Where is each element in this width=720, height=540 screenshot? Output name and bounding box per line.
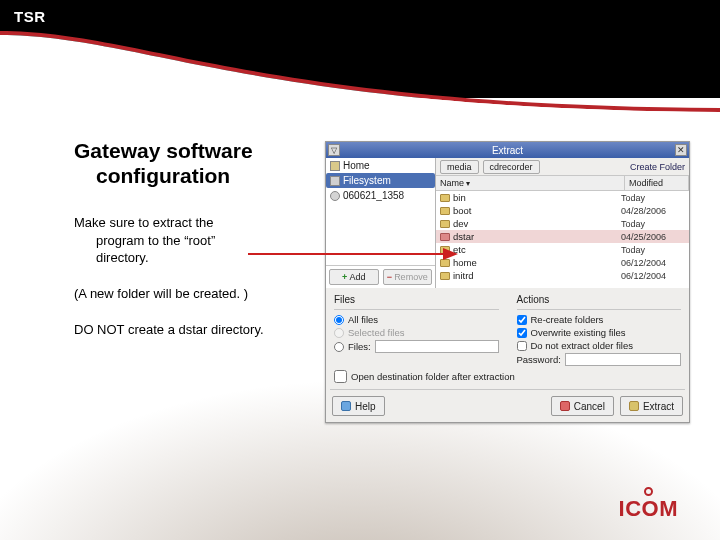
- swoosh-graphic: [0, 0, 720, 130]
- filesystem-icon: [330, 176, 340, 186]
- tree-home-label: Home: [343, 160, 370, 171]
- files-pattern-input[interactable]: [375, 340, 499, 353]
- actions-group: Actions Re-create folders Overwrite exis…: [517, 294, 682, 366]
- opt-files-pattern[interactable]: Files:: [334, 340, 499, 353]
- para-extract: Make sure to extract the program to the …: [74, 214, 314, 267]
- files-group: Files All files Selected files Files:: [334, 294, 499, 366]
- para-newfolder: (A new folder will be created. ): [74, 285, 314, 303]
- logo-ring-icon: [644, 487, 653, 496]
- files-heading: Files: [334, 294, 499, 305]
- open-after-label: Open destination folder after extraction: [351, 371, 515, 382]
- list-item[interactable]: devToday: [436, 217, 689, 230]
- cancel-button[interactable]: Cancel: [551, 396, 614, 416]
- extract-dialog: ▽ Extract ✕ Home Filesystem 060621_1358 …: [325, 141, 690, 423]
- password-row: Password:: [517, 353, 682, 366]
- opt-recreate[interactable]: Re-create folders: [517, 314, 682, 325]
- help-button[interactable]: Help: [332, 396, 385, 416]
- p1l2: program to the “root”: [74, 232, 314, 250]
- chk-open-after[interactable]: [334, 370, 347, 383]
- text-column: Gateway software configuration Make sure…: [74, 138, 314, 356]
- list-item[interactable]: binToday: [436, 191, 689, 204]
- list-item[interactable]: etcToday: [436, 243, 689, 256]
- opt-older[interactable]: Do not extract older files: [517, 340, 682, 351]
- tree-filesystem-label: Filesystem: [343, 175, 391, 186]
- folder-icon: [440, 246, 450, 254]
- chk-recreate[interactable]: [517, 315, 527, 325]
- extract-icon: [629, 401, 639, 411]
- folder-icon: [440, 272, 450, 280]
- folder-icon: [440, 194, 450, 202]
- chk-older[interactable]: [517, 341, 527, 351]
- password-input[interactable]: [565, 353, 681, 366]
- chk-overwrite[interactable]: [517, 328, 527, 338]
- list-item[interactable]: boot04/28/2006: [436, 204, 689, 217]
- p1l1: Make sure to extract the: [74, 215, 213, 230]
- crumb-cdrecorder[interactable]: cdrecorder: [483, 160, 540, 174]
- help-icon: [341, 401, 351, 411]
- opt-overwrite[interactable]: Overwrite existing files: [517, 327, 682, 338]
- file-list[interactable]: binToday boot04/28/2006 devToday dstar04…: [436, 191, 689, 288]
- minus-icon: −: [387, 272, 392, 282]
- tree-cd-folder[interactable]: 060621_1358: [326, 188, 435, 203]
- tree-buttons: +Add −Remove: [326, 265, 435, 288]
- folder-icon: [440, 233, 450, 241]
- para-donot: DO NOT create a dstar directory.: [74, 321, 314, 339]
- add-place-button[interactable]: +Add: [329, 269, 379, 285]
- list-item-dstar[interactable]: dstar04/25/2006: [436, 230, 689, 243]
- cancel-icon: [560, 401, 570, 411]
- crumb-media[interactable]: media: [440, 160, 479, 174]
- plus-icon: +: [342, 272, 347, 282]
- extract-button[interactable]: Extract: [620, 396, 683, 416]
- radio-pattern[interactable]: [334, 342, 344, 352]
- open-after-row[interactable]: Open destination folder after extraction: [326, 368, 689, 389]
- opt-all-files[interactable]: All files: [334, 314, 499, 325]
- remove-place-button[interactable]: −Remove: [383, 269, 433, 285]
- title-line1: Gateway software: [74, 139, 253, 162]
- col-modified[interactable]: Modified: [625, 176, 689, 190]
- tree-folder-label: 060621_1358: [343, 190, 404, 201]
- file-panel: media cdrecorder Create Folder Name▾ Mod…: [436, 158, 689, 288]
- home-icon: [330, 161, 340, 171]
- list-item[interactable]: initrd06/12/2004: [436, 269, 689, 282]
- cd-icon: [330, 191, 340, 201]
- icom-logo: ICOM: [619, 484, 678, 522]
- dialog-title-text: Extract: [492, 145, 523, 156]
- actions-heading: Actions: [517, 294, 682, 305]
- dialog-buttons: Help Cancel Extract: [326, 390, 689, 422]
- tree-home[interactable]: Home: [326, 158, 435, 173]
- radio-all[interactable]: [334, 315, 344, 325]
- slide-title: Gateway software configuration: [74, 138, 314, 188]
- title-line2: configuration: [74, 163, 314, 188]
- dialog-options: Files All files Selected files Files: Ac…: [326, 288, 689, 368]
- p1l3: directory.: [74, 249, 314, 267]
- add-label: Add: [349, 272, 365, 282]
- logo-text: ICOM: [619, 496, 678, 522]
- expand-icon[interactable]: ▽: [328, 144, 340, 156]
- list-item[interactable]: home06/12/2004: [436, 256, 689, 269]
- path-bar: media cdrecorder Create Folder: [436, 158, 689, 176]
- dialog-top-area: Home Filesystem 060621_1358 +Add −Remove…: [326, 158, 689, 288]
- tree-filesystem[interactable]: Filesystem: [326, 173, 435, 188]
- opt-selected-files[interactable]: Selected files: [334, 327, 499, 338]
- folder-icon: [440, 207, 450, 215]
- remove-label: Remove: [394, 272, 428, 282]
- places-tree: Home Filesystem 060621_1358 +Add −Remove: [326, 158, 436, 288]
- folder-icon: [440, 220, 450, 228]
- close-icon[interactable]: ✕: [675, 144, 687, 156]
- folder-icon: [440, 259, 450, 267]
- create-folder-link[interactable]: Create Folder: [630, 162, 685, 172]
- list-header: Name▾ Modified: [436, 176, 689, 191]
- password-label: Password:: [517, 354, 561, 365]
- dialog-titlebar[interactable]: ▽ Extract ✕: [326, 142, 689, 158]
- sort-icon: ▾: [466, 179, 470, 188]
- col-name[interactable]: Name▾: [436, 176, 625, 190]
- radio-selected[interactable]: [334, 328, 344, 338]
